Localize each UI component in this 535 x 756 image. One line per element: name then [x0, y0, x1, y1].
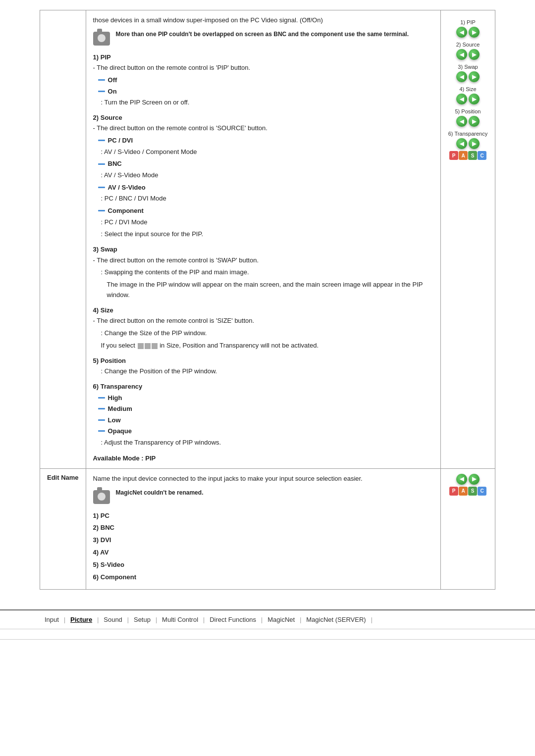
source-btn-pair: ◀ ▶: [448, 49, 488, 60]
edit-name-label: Edit Name: [40, 468, 86, 590]
pasc-s-btn: S: [468, 151, 477, 160]
left-arrow-icon-7: ◀: [460, 476, 464, 482]
nav-input[interactable]: Input: [40, 614, 64, 625]
edit-pasc-a: A: [459, 487, 468, 496]
edit-name-note-text: MagicNet couldn't be renamed.: [116, 488, 204, 497]
warning-icon: [93, 30, 112, 49]
dash-icon-7: [98, 397, 105, 399]
bottom-line: [0, 639, 535, 640]
dash-icon-9: [98, 419, 105, 421]
position-desc: : Change the Position of the PIP window.: [101, 366, 433, 377]
pip-side-label: 1) PIP: [448, 19, 488, 25]
dash-icon-2: [98, 91, 105, 92]
pip-row: those devices in a small window super-im…: [40, 10, 495, 469]
edit-pc: 1) PC: [93, 511, 433, 521]
sq-icon-3: [152, 343, 158, 349]
transparency-btn-left[interactable]: ◀: [456, 138, 467, 149]
dash-icon-4: [98, 163, 105, 165]
right-arrow-icon-2: ▶: [472, 51, 476, 58]
size-btn-section: 4) Size ◀ ▶: [448, 86, 488, 104]
edit-pasc-s: S: [468, 487, 477, 496]
position-title: 5) Position: [93, 356, 433, 366]
nav-sound[interactable]: Sound: [99, 614, 127, 625]
swap-desc2: The image in the PIP window will appear …: [107, 280, 433, 301]
transparency-side-label: 6) Transparency: [448, 131, 488, 137]
swap-btn-left[interactable]: ◀: [456, 71, 467, 82]
edit-btn-right[interactable]: ▶: [469, 474, 480, 485]
edit-pasc-p: P: [449, 487, 458, 496]
size-btn-right[interactable]: ▶: [469, 94, 480, 104]
right-arrow-icon-7: ▶: [472, 476, 476, 482]
edit-btn-left[interactable]: ◀: [456, 474, 467, 485]
pip-on-label: On: [108, 87, 117, 97]
edit-bnc: 2) BNC: [93, 523, 433, 533]
source-title: 2) Source: [93, 113, 433, 123]
pasc-a-btn: A: [459, 151, 468, 160]
pip-btn-left[interactable]: ◀: [456, 27, 467, 38]
transparency-desc: : Adjust the Transparency of PIP windows…: [101, 438, 433, 448]
dash-icon-6: [98, 210, 105, 211]
source-component: Component: [98, 206, 433, 216]
right-arrow-icon-3: ▶: [472, 74, 476, 80]
left-arrow-icon: ◀: [460, 29, 464, 36]
pip-btn-right[interactable]: ▶: [469, 27, 480, 38]
edit-component: 6) Component: [93, 572, 433, 583]
transparency-high-label: High: [108, 393, 122, 403]
nav-multicontrol[interactable]: Multi Control: [157, 614, 203, 625]
pip-btn-pair: ◀ ▶: [448, 27, 488, 38]
main-table: those devices in a small window super-im…: [40, 10, 495, 590]
pasc-c-btn: C: [478, 151, 486, 160]
pip-on-desc: : Turn the PIP Screen on or off.: [101, 98, 433, 108]
transparency-opaque: Opaque: [98, 426, 433, 436]
nav-directfunctions[interactable]: Direct Functions: [205, 614, 261, 625]
intro-text: those devices in a small window super-im…: [93, 15, 433, 26]
nav-setup[interactable]: Setup: [129, 614, 156, 625]
edit-svideo: 5) S-Video: [93, 560, 433, 570]
transparency-medium-label: Medium: [108, 404, 132, 414]
position-btn-left[interactable]: ◀: [456, 116, 467, 127]
swap-side-label: 3) Swap: [448, 64, 488, 70]
dash-icon-5: [98, 187, 105, 188]
dash-icon-8: [98, 408, 105, 409]
right-arrow-icon-6: ▶: [472, 141, 476, 147]
transparency-btn-right[interactable]: ▶: [469, 138, 480, 149]
nav-magicnet-server[interactable]: MagicNet (SERVER): [301, 614, 371, 625]
source-component-desc: : PC / DVI Mode: [101, 217, 433, 228]
source-bnc-desc: : AV / S-Video Mode: [101, 170, 433, 181]
source-pcdvi-label: PC / DVI: [108, 136, 133, 146]
source-btn-section: 2) Source ◀ ▶: [448, 42, 488, 60]
edit-name-desc: Name the input device connected to the i…: [93, 474, 433, 484]
source-select-desc: : Select the input source for the PIP.: [101, 229, 433, 240]
transparency-low: Low: [98, 415, 433, 425]
available-mode: Available Mode : PIP: [93, 454, 433, 463]
nav-picture[interactable]: Picture: [65, 614, 97, 625]
source-bnc-label: BNC: [108, 159, 122, 169]
source-btn-left[interactable]: ◀: [456, 49, 467, 60]
nav-magicnet[interactable]: MagicNet: [263, 614, 300, 625]
right-arrow-icon-5: ▶: [472, 118, 476, 125]
source-pcdvi: PC / DVI: [98, 136, 433, 146]
pip-btn-section: 1) PIP ◀ ▶: [448, 19, 488, 38]
pasc-p-btn: P: [449, 151, 458, 160]
pip-images-cell: 1) PIP ◀ ▶ 2) Source: [441, 10, 495, 469]
swap-direct: - The direct button on the remote contro…: [93, 255, 433, 266]
right-arrow-icon: ▶: [472, 29, 476, 36]
pip-on-item: On: [98, 87, 433, 97]
pip-off-item: Off: [98, 75, 433, 85]
size-btn-left[interactable]: ◀: [456, 94, 467, 104]
swap-btn-right[interactable]: ▶: [469, 71, 480, 82]
position-btn-right[interactable]: ▶: [469, 116, 480, 127]
dash-icon-3: [98, 140, 105, 141]
size-side-label: 4) Size: [448, 86, 488, 92]
pip-off-label: Off: [108, 75, 117, 85]
pip-note-box: More than one PIP couldn't be overlapped…: [93, 30, 433, 49]
source-btn-right[interactable]: ▶: [469, 49, 480, 60]
warning-icon-2: [93, 488, 112, 507]
sq-icon-1: [138, 343, 144, 349]
source-av-label: AV / S-Video: [108, 183, 146, 193]
left-arrow-icon-6: ◀: [460, 141, 464, 147]
source-side-label: 2) Source: [448, 42, 488, 48]
edit-av: 4) AV: [93, 548, 433, 558]
source-pcdvi-desc: : AV / S-Video / Component Mode: [101, 147, 433, 157]
size-btn-pair: ◀ ▶: [448, 94, 488, 104]
